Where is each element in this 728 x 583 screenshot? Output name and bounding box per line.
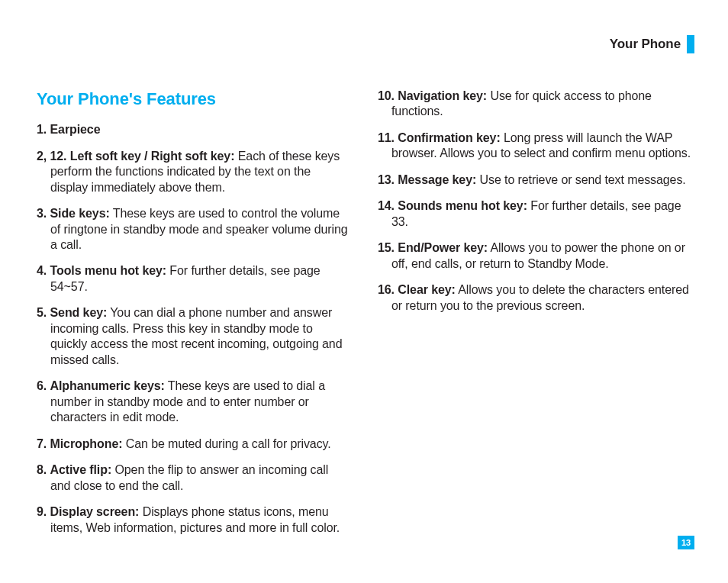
feature-name: Sounds menu hot key: xyxy=(398,199,527,212)
features-list: 1. Earpiece2, 12. Left soft key / Right … xyxy=(37,89,691,552)
feature-name: Microphone: xyxy=(50,437,123,450)
feature-name: Alphanumeric keys: xyxy=(50,379,165,392)
feature-item: 7. Microphone: Can be muted during a cal… xyxy=(37,436,350,452)
feature-number: 13. xyxy=(378,173,395,186)
feature-item: 15. End/Power key: Allows you to power t… xyxy=(378,240,691,272)
page: Your Phone Your Phone's Features 1. Earp… xyxy=(0,0,728,583)
feature-number: 10. xyxy=(378,89,395,102)
page-number-badge: 13 xyxy=(678,536,694,549)
feature-item: 5. Send key: You can dial a phone number… xyxy=(37,305,350,368)
feature-name: Active flip: xyxy=(50,463,112,476)
feature-item: 3. Side keys: These keys are used to con… xyxy=(37,206,350,253)
feature-number: 4. xyxy=(37,264,47,277)
feature-name: Message key: xyxy=(398,173,476,186)
feature-name: Confirmation key: xyxy=(398,131,500,144)
feature-item: 2, 12. Left soft key / Right soft key: E… xyxy=(37,149,350,195)
feature-description: Use to retrieve or send text messages. xyxy=(480,173,686,186)
feature-item: 9. Display screen: Displays phone status… xyxy=(37,504,350,536)
feature-number: 8. xyxy=(37,463,47,476)
page-number: 13 xyxy=(681,538,691,547)
feature-name: Clear key: xyxy=(398,283,456,296)
feature-number: 9. xyxy=(37,505,47,518)
feature-name: Display screen: xyxy=(50,505,140,518)
feature-item: 13. Message key: Use to retrieve or send… xyxy=(378,172,691,188)
feature-name: Side keys: xyxy=(50,207,110,220)
feature-name: Navigation key: xyxy=(398,89,487,102)
feature-item: 11. Confirmation key: Long press will la… xyxy=(378,130,691,162)
feature-item: 6. Alphanumeric keys: These keys are use… xyxy=(37,378,350,425)
feature-number: 14. xyxy=(378,199,395,212)
feature-name: Left soft key / Right soft key: xyxy=(70,150,235,163)
feature-number: 3. xyxy=(37,207,47,220)
content-columns: Your Phone's Features 1. Earpiece2, 12. … xyxy=(37,89,691,552)
feature-number: 1. xyxy=(37,123,47,136)
section-title: Your Phone's Features xyxy=(37,89,350,110)
feature-item: 4. Tools menu hot key: For further detai… xyxy=(37,263,350,295)
feature-item: 8. Active flip: Open the flip to answer … xyxy=(37,462,350,494)
feature-number: 5. xyxy=(37,306,47,319)
feature-number: 2, 12. xyxy=(37,150,66,163)
feature-name: Tools menu hot key: xyxy=(50,264,166,277)
feature-name: End/Power key: xyxy=(398,241,488,254)
feature-item: 14. Sounds menu hot key: For further det… xyxy=(378,198,691,230)
feature-item: 16. Clear key: Allows you to delete the … xyxy=(378,282,691,314)
header-section-label: Your Phone xyxy=(610,37,681,52)
feature-description: Can be muted during a call for privacy. xyxy=(126,437,331,450)
feature-name: Earpiece xyxy=(50,123,101,136)
feature-number: 6. xyxy=(37,379,47,392)
feature-name: Send key: xyxy=(50,306,108,319)
feature-number: 16. xyxy=(378,283,395,296)
feature-item: 1. Earpiece xyxy=(37,122,350,137)
feature-number: 7. xyxy=(37,437,47,450)
feature-item: 10. Navigation key: Use for quick access… xyxy=(378,89,691,120)
header-accent-mark xyxy=(687,35,694,53)
page-header: Your Phone xyxy=(610,35,694,53)
feature-number: 15. xyxy=(378,241,395,254)
feature-number: 11. xyxy=(378,131,395,144)
